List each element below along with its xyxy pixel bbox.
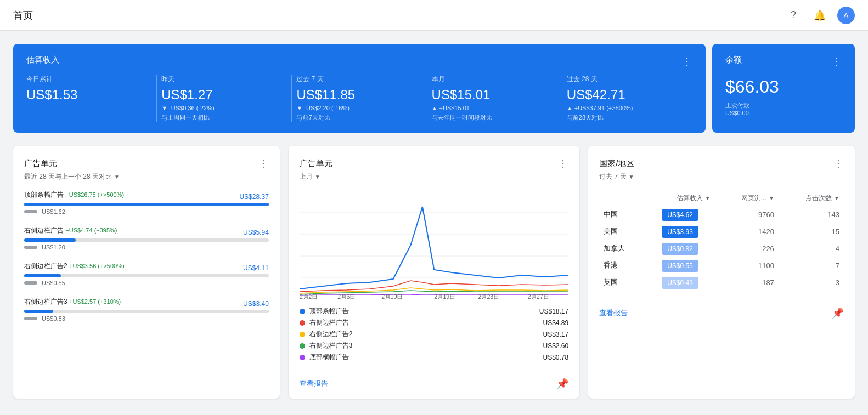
chart-svg: 2月2日 2月6日 2月10日 2月19日 2月23日 2月27日	[300, 190, 568, 300]
svg-text:2月27日: 2月27日	[528, 294, 549, 300]
ad-unit-item: 右侧边栏广告3 +US$2.57 (+310%) US$3.40 US$0.83	[24, 297, 269, 322]
legend-value: US$3.17	[543, 331, 569, 338]
table-row: 香港 US$0.55 1100 7	[599, 257, 844, 274]
avatar[interactable]: A	[837, 7, 855, 24]
chart-card: 广告单元 ⋮ 上月 ▼	[289, 146, 579, 399]
svg-text:2月23日: 2月23日	[478, 294, 499, 300]
notifications-icon[interactable]: 🔔	[811, 7, 828, 24]
week7-change: ▼ -US$2.20 (-16%)	[296, 105, 411, 111]
country-subtitle[interactable]: 过去 7 天 ▼	[599, 172, 844, 181]
country-clicks: 143	[779, 206, 844, 223]
revenue-card: 估算收入 ⋮ 今日累计 US$1.53 昨天 US$1.27 ▼ -US$0.3…	[13, 44, 706, 133]
country-name: 英国	[599, 274, 645, 291]
ad-units-left-card: 广告单元 ⋮ 最近 28 天与上一个 28 天对比 ▼ 顶部条幅广告 +US$2…	[13, 146, 280, 399]
days28-label: 过去 28 天	[567, 75, 681, 84]
chart-area: 2月2日 2月6日 2月10日 2月19日 2月23日 2月27日	[300, 190, 568, 300]
col-clicks-header[interactable]: 点击次数 ▼	[779, 190, 844, 206]
country-table: 估算收入 ▼ 网页浏... ▼ 点击次数	[599, 190, 844, 291]
country-revenue: US$0.43	[645, 274, 714, 291]
country-pin-icon[interactable]: 📌	[832, 307, 844, 319]
table-row: 英国 US$0.43 187 3	[599, 274, 844, 291]
legend-label: 底部横幅广告	[309, 353, 349, 362]
yesterday-label: 昨天	[161, 75, 276, 84]
legend-value: US$18.17	[539, 308, 568, 315]
country-title: 国家/地区	[599, 158, 634, 169]
ad-unit-item: 顶部条幅广告 +US$26.75 (+>500%) US$28.37 US$1.…	[24, 190, 269, 215]
legend-value: US$0.78	[543, 354, 569, 361]
ad-unit-title: 右侧边栏广告 +US$4.74 (+395%)	[24, 226, 269, 235]
country-view-report[interactable]: 查看报告	[599, 308, 628, 318]
legend-value: US$2.60	[543, 342, 569, 350]
country-revenue: US$3.93	[645, 223, 714, 240]
chart-title: 广告单元	[300, 158, 332, 169]
country-clicks: 15	[779, 223, 844, 240]
country-footer: 查看报告 📌	[599, 300, 844, 319]
balance-menu[interactable]: ⋮	[831, 55, 842, 68]
legend-item: 右侧边栏广告2 US$3.17	[300, 329, 568, 339]
today-stat: 今日累计 US$1.53	[26, 75, 152, 122]
today-label: 今日累计	[26, 75, 141, 84]
ad-units-list: 顶部条幅广告 +US$26.75 (+>500%) US$28.37 US$1.…	[24, 190, 269, 322]
legend-label: 右侧边栏广告3	[309, 341, 353, 350]
country-revenue: US$0.55	[645, 257, 714, 274]
country-name: 香港	[599, 257, 645, 274]
country-pageviews: 1420	[715, 223, 779, 240]
legend-label: 右侧边栏广告2	[309, 329, 353, 339]
ad-unit-item: 右侧边栏广告2 +US$3.56 (+>500%) US$4.11 US$0.5…	[24, 261, 269, 286]
today-value: US$1.53	[26, 87, 141, 103]
month-compare: 与去年同一时间段对比	[432, 113, 546, 122]
table-row: 中国 US$4.62 9760 143	[599, 206, 844, 223]
stats-row: 估算收入 ⋮ 今日累计 US$1.53 昨天 US$1.27 ▼ -US$0.3…	[13, 44, 855, 133]
col-pageviews-header[interactable]: 网页浏... ▼	[715, 190, 779, 206]
chart-pin-icon[interactable]: 📌	[556, 378, 568, 390]
ad-units-left-subtitle[interactable]: 最近 28 天与上一个 28 天对比 ▼	[24, 172, 269, 181]
svg-text:2月6日: 2月6日	[337, 294, 355, 300]
country-card: 国家/地区 ⋮ 过去 7 天 ▼ 估算收入 ▼	[588, 146, 855, 399]
country-pageviews: 226	[715, 240, 779, 257]
col-revenue-header[interactable]: 估算收入 ▼	[645, 190, 714, 206]
days28-change: ▲ +US$37.91 (+>500%)	[567, 105, 681, 111]
country-pageviews: 9760	[715, 206, 779, 223]
cards-row: 广告单元 ⋮ 最近 28 天与上一个 28 天对比 ▼ 顶部条幅广告 +US$2…	[13, 146, 855, 399]
month-stat: 本月 US$15.01 ▲ +US$15.01 与去年同一时间段对比	[432, 75, 557, 122]
country-clicks: 7	[779, 257, 844, 274]
week7-label: 过去 7 天	[296, 75, 411, 84]
table-row: 美国 US$3.93 1420 15	[599, 223, 844, 240]
chart-view-report[interactable]: 查看报告	[300, 379, 328, 389]
ad-unit-title: 右侧边栏广告3 +US$2.57 (+310%)	[24, 297, 269, 306]
header: 首页 ? 🔔 A	[0, 0, 868, 31]
help-icon[interactable]: ?	[785, 7, 802, 24]
balance-last-payment-value: US$0.00	[725, 110, 842, 116]
country-pageviews: 1100	[715, 257, 779, 274]
balance-card: 余额 ⋮ $66.03 上次付款 US$0.00	[712, 44, 855, 133]
yesterday-stat: 昨天 US$1.27 ▼ -US$0.36 (-22%) 与上周同一天相比	[161, 75, 287, 122]
yesterday-value: US$1.27	[161, 87, 276, 103]
country-name: 美国	[599, 223, 645, 240]
ad-unit-title: 右侧边栏广告2 +US$3.56 (+>500%)	[24, 261, 269, 271]
month-value: US$15.01	[432, 87, 546, 103]
legend-value: US$4.89	[543, 319, 569, 327]
revenue-card-menu[interactable]: ⋮	[681, 55, 692, 68]
month-change: ▲ +US$15.01	[432, 105, 546, 111]
legend-item: 底部横幅广告 US$0.78	[300, 353, 568, 362]
chart-menu[interactable]: ⋮	[557, 157, 568, 170]
ad-units-left-menu[interactable]: ⋮	[258, 157, 269, 170]
col-country	[599, 190, 645, 206]
yesterday-change: ▼ -US$0.36 (-22%)	[161, 105, 276, 111]
page-title: 首页	[13, 9, 33, 22]
balance-value: $66.03	[725, 77, 842, 97]
country-menu[interactable]: ⋮	[833, 157, 844, 170]
yesterday-compare: 与上周同一天相比	[161, 113, 276, 122]
legend-item: 顶部条幅广告 US$18.17	[300, 306, 568, 316]
week7-value: US$11.85	[296, 87, 411, 103]
legend-label: 顶部条幅广告	[309, 306, 349, 316]
country-clicks: 3	[779, 274, 844, 291]
chart-subtitle[interactable]: 上月 ▼	[300, 172, 568, 181]
country-name: 中国	[599, 206, 645, 223]
svg-text:2月2日: 2月2日	[300, 294, 317, 300]
days28-value: US$42.71	[567, 87, 681, 103]
days28-compare: 与前28天对比	[567, 113, 681, 122]
country-revenue: US$4.62	[645, 206, 714, 223]
chart-footer: 查看报告 📌	[300, 371, 568, 390]
country-revenue: US$0.82	[645, 240, 714, 257]
